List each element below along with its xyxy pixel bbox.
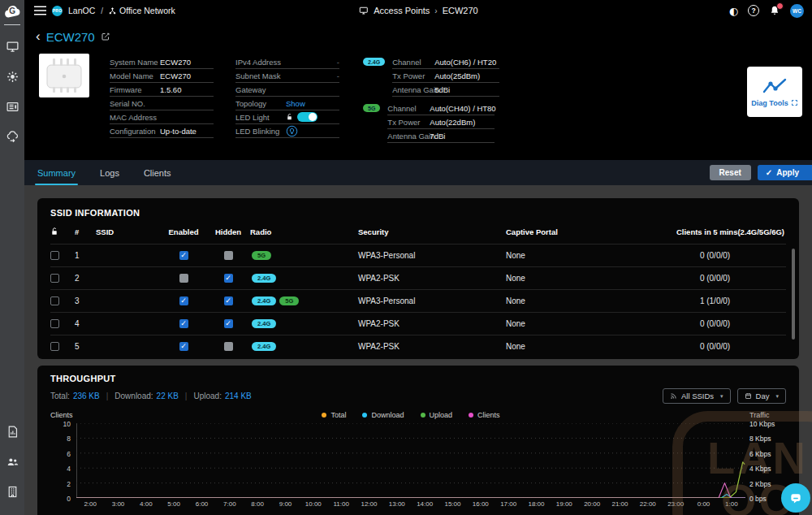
radio-badges: 2.4G	[250, 319, 348, 328]
field-label: LED Light	[235, 113, 286, 122]
hidden-checkbox[interactable]: ✓	[224, 319, 233, 328]
tab-logs[interactable]: Logs	[100, 160, 119, 185]
breadcrumb-network[interactable]: Office Network	[119, 6, 175, 15]
row-select-checkbox[interactable]	[50, 274, 59, 283]
x-tick-label: 18:00	[522, 500, 550, 508]
radio-badge: 2.4G	[252, 274, 276, 283]
x-tick-label: 4:00	[132, 500, 160, 508]
row-select-checkbox[interactable]	[50, 342, 59, 351]
cloud-topology-icon[interactable]	[6, 130, 19, 144]
right-tick-label: 8 Kbps	[749, 435, 771, 443]
radio-band-fields: ChannelAuto(CH6) / HT20Tx PowerAuto(25dB…	[392, 55, 499, 97]
field-label: Firmware	[110, 85, 160, 94]
column-header: Radio	[250, 227, 348, 236]
field-label: Antenna Gain	[392, 85, 434, 94]
edit-name-icon[interactable]	[101, 32, 110, 41]
x-tick-label: 0:00	[689, 500, 717, 508]
manage-monitor-icon[interactable]	[6, 40, 19, 54]
section-breadcrumb: Access Points › ECW270	[358, 6, 477, 15]
help-icon[interactable]: ?	[748, 5, 759, 16]
ssid-filter-dropdown[interactable]: All SSIDs▾	[663, 388, 731, 404]
device-field: Antenna Gain7dBi	[387, 129, 495, 143]
left-tick-label: 0	[67, 495, 71, 503]
ssid-number: 2	[75, 274, 96, 283]
field-value: Auto(CH6) / HT20	[434, 58, 496, 67]
device-field: Antenna Gain5dBi	[392, 83, 499, 97]
analytics-report-icon[interactable]	[6, 425, 19, 439]
calendar-icon	[745, 392, 752, 400]
ssid-table-body: 1✓5GWPA3-PersonalNone0 (0/0/0)2✓2.4GWPA2…	[50, 244, 786, 357]
legend-label: Clients	[477, 411, 500, 419]
back-chevron-icon[interactable]: ‹	[36, 29, 41, 43]
row-select-checkbox[interactable]	[50, 251, 59, 260]
clients-count-value: 0 (0/0/0)	[700, 319, 730, 328]
diag-tools-card[interactable]: Diag Tools	[747, 67, 802, 117]
enabled-checkbox[interactable]: ✓	[179, 319, 188, 328]
enabled-checkbox[interactable]	[179, 274, 188, 283]
theme-contrast-icon[interactable]: ◐	[729, 6, 738, 16]
breadcrumb-org[interactable]: LanOC	[68, 6, 95, 15]
device-field: Firmware1.5.60	[110, 83, 214, 97]
topology-show-link[interactable]: Show	[286, 99, 305, 108]
table-scrollbar[interactable]	[792, 249, 795, 340]
x-tick-label: 21:00	[606, 500, 633, 508]
device-fields-mid: IPv4 Address-Subnet Mask-GatewayTopology…	[235, 55, 339, 138]
apply-button[interactable]: ✓ Apply	[758, 165, 812, 180]
radio-badge: 2.4G	[252, 342, 276, 351]
row-select-checkbox[interactable]	[50, 296, 59, 305]
configure-gear-icon[interactable]	[6, 70, 19, 84]
breadcrumb-section[interactable]: Access Points	[374, 6, 430, 15]
organization-building-icon[interactable]	[6, 485, 19, 499]
reset-button[interactable]: Reset	[710, 165, 751, 180]
x-tick-label: 6:00	[188, 500, 215, 508]
device-field: ConfigurationUp-to-date	[110, 124, 214, 138]
hidden-checkbox[interactable]	[224, 342, 233, 351]
device-field: ChannelAuto(CH40) / HT80	[387, 102, 495, 115]
content-area: SSID INFORMATION #SSIDEnabledHiddenRadio…	[24, 185, 812, 515]
legend-item-download[interactable]: Download	[362, 411, 404, 419]
notification-badge	[776, 2, 784, 10]
radio-band-badge: 2.4G	[363, 58, 385, 66]
chat-bubble-icon	[788, 491, 803, 505]
field-value: Auto(22dBm)	[430, 118, 475, 127]
tab-summary[interactable]: Summary	[37, 160, 76, 185]
led-light-toggle[interactable]	[297, 112, 317, 122]
time-range-dropdown[interactable]: Day▾	[737, 388, 786, 404]
clients-count-value: 1 (1/0/0)	[700, 296, 730, 305]
legend-item-upload[interactable]: Upload	[421, 411, 453, 419]
legend-item-clients[interactable]: Clients	[469, 411, 500, 419]
captive-portal-value: None	[506, 319, 644, 328]
enabled-checkbox[interactable]: ✓	[179, 251, 188, 260]
team-users-icon[interactable]	[6, 455, 19, 469]
hidden-checkbox[interactable]: ✓	[224, 274, 233, 283]
notifications-bell-icon[interactable]	[769, 5, 780, 16]
captive-portal-value: None	[506, 296, 644, 305]
hamburger-menu-icon[interactable]	[34, 6, 46, 15]
x-tick-label: 23:00	[662, 500, 689, 508]
led-blinking-icon[interactable]	[286, 125, 298, 137]
radio-band-fields: ChannelAuto(CH40) / HT80Tx PowerAuto(22d…	[387, 102, 495, 143]
field-label: Serial NO.	[110, 99, 160, 108]
hidden-checkbox[interactable]: ✓	[224, 296, 233, 305]
legend-item-total[interactable]: Total	[322, 411, 346, 419]
enabled-checkbox[interactable]: ✓	[179, 296, 188, 305]
right-axis-caption: Traffic	[745, 411, 786, 419]
reports-news-icon[interactable]	[6, 100, 19, 114]
legend-dot	[421, 413, 425, 418]
engenius-cloud-logo-icon[interactable]: G	[3, 4, 21, 20]
column-header: Hidden	[215, 227, 241, 236]
field-label: Topology	[235, 99, 286, 108]
chat-widget-button[interactable]	[781, 483, 810, 513]
row-select-checkbox[interactable]	[50, 319, 59, 328]
left-tick-label: 6	[67, 450, 71, 458]
column-header: SSID	[96, 227, 161, 236]
x-tick-label: 20:00	[578, 500, 606, 508]
device-field: IPv4 Address-	[235, 55, 339, 69]
enabled-checkbox[interactable]: ✓	[179, 342, 188, 351]
tab-clients[interactable]: Clients	[144, 160, 171, 185]
x-tick-label: 2:00	[76, 500, 104, 508]
user-avatar[interactable]: WC	[790, 4, 804, 18]
hidden-checkbox[interactable]	[224, 251, 233, 260]
lock-icon	[286, 113, 293, 121]
radio-badges: 2.4G	[250, 274, 348, 283]
